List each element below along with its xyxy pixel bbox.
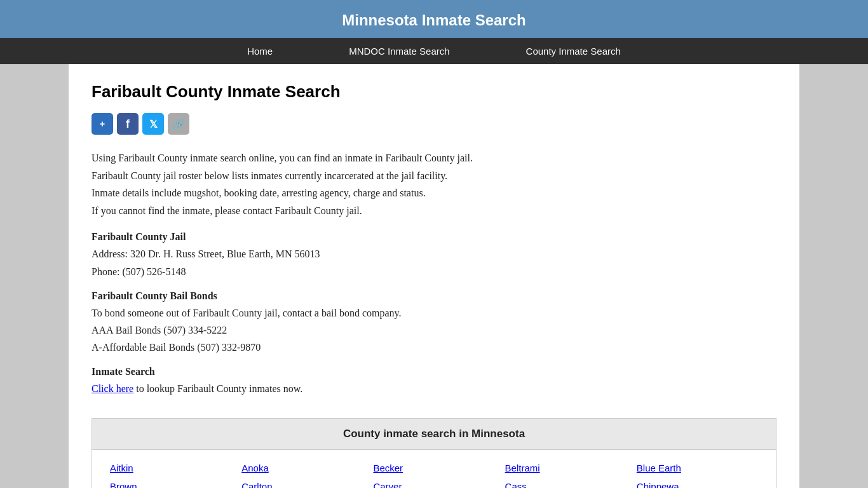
page-title: Faribault County Inmate Search <box>92 82 776 102</box>
bail-bond-1: AAA Bail Bonds (507) 334-5222 <box>92 322 776 339</box>
intro-text: Using Faribault County inmate search onl… <box>92 150 776 219</box>
facebook-icon: f <box>126 118 130 131</box>
facebook-button[interactable]: f <box>117 113 139 135</box>
county-link[interactable]: Carver <box>368 478 499 489</box>
inmate-search-link[interactable]: Click here <box>92 383 133 394</box>
page-wrapper: Faribault County Inmate Search + f 𝕏 🔗 U… <box>69 64 799 488</box>
bail-section: Faribault County Bail Bonds To bond some… <box>92 290 776 356</box>
nav-home[interactable]: Home <box>209 38 311 64</box>
copy-link-button[interactable]: 🔗 <box>168 113 189 135</box>
main-content: Faribault County Inmate Search + f 𝕏 🔗 U… <box>69 64 799 488</box>
jail-heading: Faribault County Jail <box>92 231 776 243</box>
bail-heading: Faribault County Bail Bonds <box>92 290 776 302</box>
county-link[interactable]: Blue Earth <box>632 460 763 476</box>
twitter-button[interactable]: 𝕏 <box>142 113 164 135</box>
county-link[interactable]: Becker <box>368 460 499 476</box>
nav-mndoc[interactable]: MNDOC Inmate Search <box>311 38 487 64</box>
main-nav: Home MNDOC Inmate Search County Inmate S… <box>0 38 868 64</box>
county-link[interactable]: Chippewa <box>632 478 763 489</box>
jail-section: Faribault County Jail Address: 320 Dr. H… <box>92 231 776 280</box>
intro-line-2: Faribault County jail roster below lists… <box>92 168 776 184</box>
county-section-header: County inmate search in Minnesota <box>92 419 776 450</box>
twitter-icon: 𝕏 <box>149 118 158 130</box>
link-icon: 🔗 <box>172 118 185 130</box>
site-title: Minnesota Inmate Search <box>0 11 868 29</box>
county-link[interactable]: Cass <box>500 478 632 489</box>
county-section: County inmate search in Minnesota Aitkin… <box>92 418 776 489</box>
intro-line-1: Using Faribault County inmate search onl… <box>92 150 776 166</box>
bail-bond-2: A-Affordable Bail Bonds (507) 332-9870 <box>92 339 776 356</box>
intro-line-4: If you cannot find the inmate, please co… <box>92 203 776 219</box>
site-header: Minnesota Inmate Search <box>0 0 868 38</box>
bail-intro: To bond someone out of Faribault County … <box>92 304 776 322</box>
county-link[interactable]: Carlton <box>236 478 368 489</box>
inmate-search-section: Inmate Search Click here to lookup Farib… <box>92 366 776 397</box>
inmate-search-heading: Inmate Search <box>92 366 776 377</box>
intro-line-3: Inmate details include mugshot, booking … <box>92 185 776 201</box>
county-link[interactable]: Brown <box>105 478 236 489</box>
share-button[interactable]: + <box>92 113 113 135</box>
share-icon: + <box>100 119 105 129</box>
social-buttons: + f 𝕏 🔗 <box>92 113 776 135</box>
county-grid: AitkinAnokaBeckerBeltramiBlue EarthBrown… <box>92 450 776 489</box>
jail-phone: Phone: (507) 526-5148 <box>92 263 776 280</box>
jail-address: Address: 320 Dr. H. Russ Street, Blue Ea… <box>92 245 776 262</box>
county-link[interactable]: Aitkin <box>105 460 236 476</box>
inmate-search-suffix: to lookup Faribault County inmates now. <box>133 383 302 394</box>
nav-county[interactable]: County Inmate Search <box>488 38 659 64</box>
inmate-search-text: Click here to lookup Faribault County in… <box>92 380 776 397</box>
county-link[interactable]: Beltrami <box>500 460 632 476</box>
county-link[interactable]: Anoka <box>236 460 368 476</box>
